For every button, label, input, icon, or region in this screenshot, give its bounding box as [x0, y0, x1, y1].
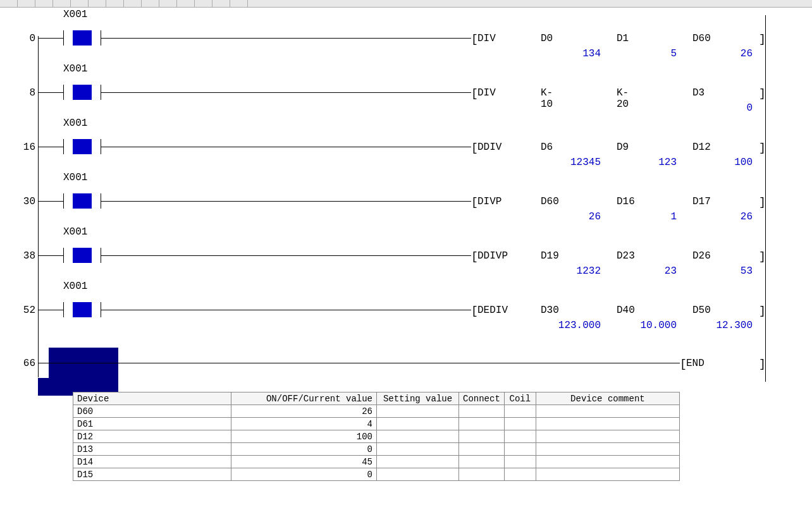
- cell-comment: [536, 468, 679, 481]
- cell-setting: [377, 405, 459, 418]
- cell-comment: [536, 418, 679, 430]
- cell-connect: [459, 418, 505, 430]
- bracket-close: ]: [759, 358, 766, 370]
- cell-comment: [536, 405, 679, 418]
- instruction-name: DIV: [477, 33, 496, 44]
- wire: [101, 147, 471, 147]
- wire: [101, 201, 471, 202]
- cell-setting: [377, 430, 459, 443]
- table-row[interactable]: D1445: [73, 456, 680, 468]
- operand: D40: [617, 305, 635, 316]
- wire: [38, 201, 63, 202]
- operand-value: 123.000: [550, 320, 601, 331]
- cell-device: D61: [73, 418, 231, 430]
- cell-device: D60: [73, 405, 231, 418]
- cell-setting: [377, 418, 459, 430]
- cell-setting: [377, 456, 459, 468]
- contact-NO[interactable]: [63, 30, 101, 46]
- bracket-close: ]: [759, 250, 766, 263]
- operand: D9: [617, 142, 629, 153]
- contact-label: X001: [63, 281, 87, 292]
- instruction-name: END: [686, 358, 704, 369]
- col-onoff: ON/OFF/Current value: [231, 392, 377, 405]
- operand: D12: [692, 142, 711, 153]
- cell-setting: [377, 443, 459, 456]
- instruction-name: DIV: [477, 87, 496, 99]
- operand-value: 12345: [550, 157, 601, 168]
- operand: D26: [692, 250, 711, 262]
- cell-value: 0: [231, 443, 377, 456]
- operand: D30: [541, 305, 559, 316]
- bracket-close: ]: [759, 87, 766, 100]
- contact-NO[interactable]: [63, 302, 101, 317]
- cell-coil: [504, 456, 536, 468]
- col-comment: Device comment: [536, 392, 679, 405]
- wire: [38, 255, 63, 256]
- operand: D0: [541, 33, 553, 44]
- table-header-row: Device ON/OFF/Current value Setting valu…: [73, 392, 680, 405]
- step-number: 38: [0, 250, 35, 262]
- operand-value: 100: [702, 157, 753, 168]
- step-number: 0: [0, 33, 35, 44]
- rung-wire: [38, 363, 680, 363]
- col-coil: Coil: [504, 392, 536, 405]
- contact-NO[interactable]: [63, 139, 101, 154]
- cell-value: 26: [231, 405, 377, 418]
- operand-value: 1: [626, 211, 677, 222]
- operand: K-20: [617, 87, 629, 110]
- contact-closed-icon: [73, 193, 92, 209]
- operand-value: 1232: [550, 265, 601, 277]
- cell-value: 4: [231, 418, 377, 430]
- contact-NO[interactable]: [63, 85, 101, 100]
- wire: [38, 147, 63, 147]
- contact-NO[interactable]: [63, 193, 101, 209]
- table-row[interactable]: D130: [73, 443, 680, 456]
- cell-comment: [536, 443, 679, 456]
- step-number: 8: [0, 87, 35, 99]
- table-row[interactable]: D6026: [73, 405, 680, 418]
- contact-closed-icon: [73, 139, 92, 154]
- bracket-close: ]: [759, 196, 766, 209]
- bracket-close: ]: [759, 305, 766, 317]
- device-monitor-table[interactable]: Device ON/OFF/Current value Setting valu…: [73, 392, 680, 481]
- contact-label: X001: [63, 172, 87, 183]
- wire: [101, 92, 471, 93]
- operand-value: 26: [550, 211, 601, 222]
- cell-device: D15: [73, 468, 231, 481]
- cell-connect: [459, 456, 505, 468]
- operand-value: 26: [702, 48, 753, 59]
- wire: [101, 255, 471, 256]
- operand: D17: [692, 196, 711, 207]
- cell-coil: [504, 405, 536, 418]
- operand-value: 10.000: [626, 320, 677, 331]
- table-row[interactable]: D12100: [73, 430, 680, 443]
- contact-label: X001: [63, 118, 87, 129]
- operand: D60: [541, 196, 559, 207]
- operand: D19: [541, 250, 559, 262]
- operand-value: 0: [702, 102, 753, 114]
- col-connect: Connect: [459, 392, 505, 405]
- step-number: 66: [0, 358, 35, 369]
- table-row[interactable]: D150: [73, 468, 680, 481]
- cell-comment: [536, 456, 679, 468]
- operand-value: 12.300: [702, 320, 753, 331]
- instruction-name: DIVP: [477, 196, 501, 207]
- cell-device: D13: [73, 443, 231, 456]
- operand: D3: [692, 87, 704, 99]
- col-device: Device: [73, 392, 231, 405]
- cell-connect: [459, 430, 505, 443]
- operand-value: 123: [626, 157, 677, 168]
- contact-closed-icon: [73, 85, 92, 100]
- contact-closed-icon: [73, 30, 92, 46]
- operand: D6: [541, 142, 553, 153]
- contact-label: X001: [63, 63, 87, 75]
- cell-value: 45: [231, 456, 377, 468]
- contact-NO[interactable]: [63, 248, 101, 263]
- ladder-canvas[interactable]: 0X001 [DIVD0134D15D6026]8X001 [DIVK-10K-…: [0, 8, 812, 505]
- cell-device: D14: [73, 456, 231, 468]
- bracket-close: ]: [759, 142, 766, 154]
- wire: [101, 38, 471, 39]
- cell-device: D12: [73, 430, 231, 443]
- cell-comment: [536, 430, 679, 443]
- table-row[interactable]: D614: [73, 418, 680, 430]
